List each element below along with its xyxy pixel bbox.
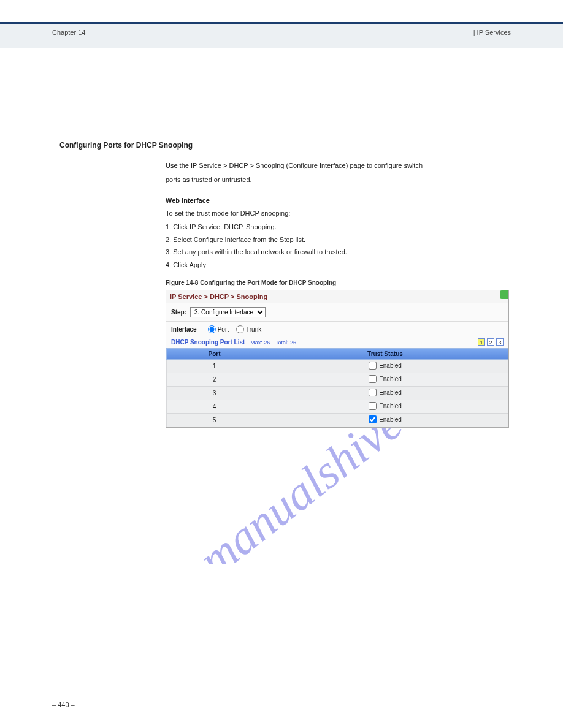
breadcrumb-text: IP Service > DHCP > Snooping (170, 293, 267, 300)
trust-cell: Enabled (262, 360, 508, 373)
table-row: 4Enabled (167, 400, 508, 414)
port-cell: 1 (167, 360, 262, 373)
page-content: Configuring Ports for DHCP Snooping Use … (52, 74, 512, 428)
figure-caption: Figure 14-8 Configuring the Port Mode fo… (166, 279, 512, 286)
trust-cell: Enabled (262, 400, 508, 414)
page-number: – 440 – (52, 701, 75, 708)
interface-label: Interface (171, 326, 197, 333)
port-table: Port Trust Status 1Enabled2Enabled3Enabl… (166, 348, 508, 427)
trust-label: Enabled (379, 416, 402, 423)
intro-line-2: ports as trusted or untrusted. (166, 175, 512, 185)
table-row: 2Enabled (167, 373, 508, 387)
web-intro: To set the trust mode for DHCP snooping: (166, 208, 512, 219)
list-title: DHCP Snooping Port List (171, 339, 245, 346)
trust-checkbox[interactable] (369, 362, 377, 370)
port-cell: 3 (167, 387, 262, 400)
web-heading: Web Interface (166, 195, 512, 206)
pager-3[interactable]: 3 (496, 338, 504, 346)
radio-port-label[interactable]: Port (208, 325, 229, 333)
trust-label: Enabled (379, 362, 402, 369)
config-panel: IP Service > DHCP > Snooping Step: 3. Co… (166, 290, 509, 428)
trust-label: Enabled (379, 389, 402, 396)
help-icon[interactable] (500, 290, 508, 299)
breadcrumb: IP Service > DHCP > Snooping (166, 290, 508, 303)
port-cell: 2 (167, 373, 262, 387)
step-2: 2. Select Configure Interface from the S… (166, 235, 512, 245)
trust-checkbox[interactable] (369, 415, 377, 423)
step-3: 3. Set any ports within the local networ… (166, 247, 512, 257)
chapter-label: Chapter 14 (52, 29, 85, 36)
trust-label: Enabled (379, 376, 402, 382)
section-heading: Configuring Ports for DHCP Snooping (59, 141, 512, 150)
table-row: 1Enabled (167, 360, 508, 373)
trust-checkbox[interactable] (369, 402, 377, 410)
chapter-title: | IP Services (473, 29, 511, 36)
step-select[interactable]: 3. Configure Interface (190, 307, 266, 317)
port-cell: 4 (167, 400, 262, 414)
step-label: Step: (171, 309, 186, 316)
intro-line-1: Use the IP Service > DHCP > Snooping (Co… (166, 161, 512, 171)
radio-port[interactable] (208, 325, 216, 333)
list-title-row: DHCP Snooping Port List Max: 26 Total: 2… (166, 337, 508, 348)
step-row: Step: 3. Configure Interface (166, 303, 508, 322)
pager-2[interactable]: 2 (487, 338, 494, 346)
col-port: Port (167, 349, 262, 360)
trust-cell: Enabled (262, 387, 508, 400)
list-total: Total: 26 (275, 339, 296, 346)
trust-checkbox[interactable] (369, 375, 377, 383)
list-max: Max: 26 (250, 339, 270, 346)
radio-trunk[interactable] (236, 325, 244, 333)
radio-trunk-label[interactable]: Trunk (236, 325, 261, 333)
table-row: 3Enabled (167, 387, 508, 400)
trust-cell: Enabled (262, 373, 508, 387)
trust-label: Enabled (379, 403, 402, 409)
trust-cell: Enabled (262, 414, 508, 427)
trust-checkbox[interactable] (369, 389, 377, 396)
col-trust: Trust Status (262, 349, 508, 360)
port-cell: 5 (167, 414, 262, 427)
step-4: 4. Click Apply (166, 260, 512, 270)
step-1: 1. Click IP Service, DHCP, Snooping. (166, 222, 512, 232)
interface-row: Interface Port Trunk (166, 322, 508, 337)
table-row: 5Enabled (167, 414, 508, 427)
radio-port-text: Port (218, 326, 229, 333)
pager-1[interactable]: 1 (478, 338, 485, 346)
pager: 1 2 3 (478, 338, 504, 346)
header-band (0, 24, 563, 48)
radio-trunk-text: Trunk (246, 326, 261, 333)
